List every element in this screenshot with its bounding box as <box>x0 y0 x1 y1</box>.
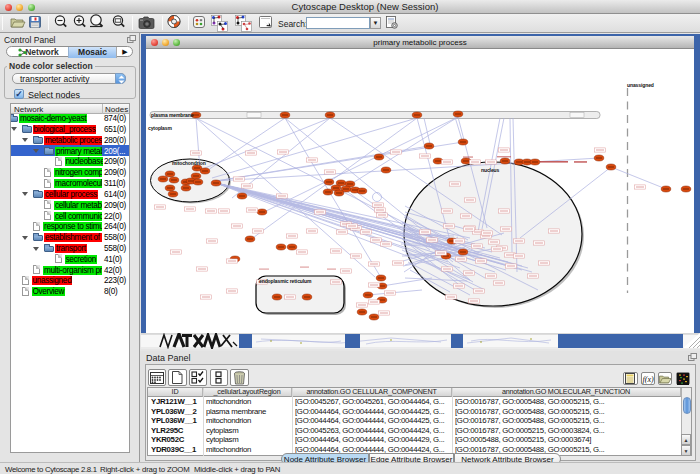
svg-text:endoplasmic reticulum: endoplasmic reticulum <box>259 278 312 284</box>
svg-text:plasma membrane: plasma membrane <box>151 112 194 118</box>
svg-text:mitochondrion: mitochondrion <box>172 160 206 166</box>
svg-text:cytoplasm: cytoplasm <box>148 125 172 131</box>
svg-text:nucleus: nucleus <box>481 167 500 173</box>
svg-text:f(x): f(x) <box>642 375 654 384</box>
svg-text:unassigned: unassigned <box>627 82 654 88</box>
